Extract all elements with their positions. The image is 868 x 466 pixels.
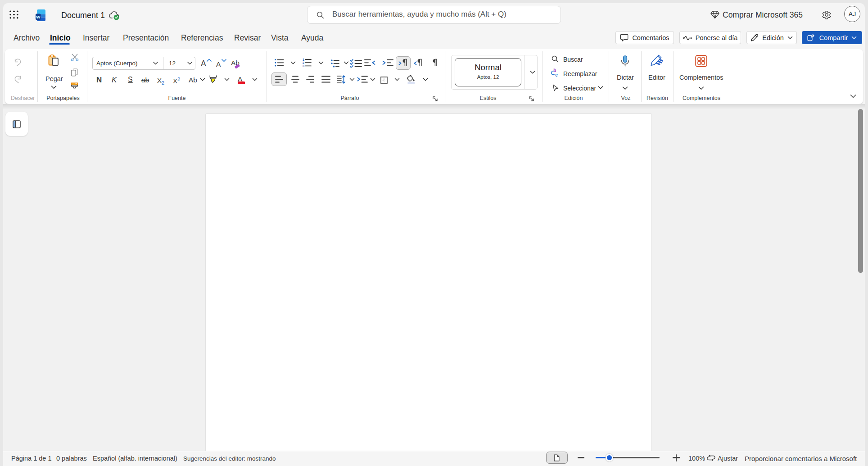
svg-text:c: c [555, 72, 558, 77]
svg-text:3: 3 [303, 64, 304, 68]
svg-text:W: W [36, 14, 41, 19]
